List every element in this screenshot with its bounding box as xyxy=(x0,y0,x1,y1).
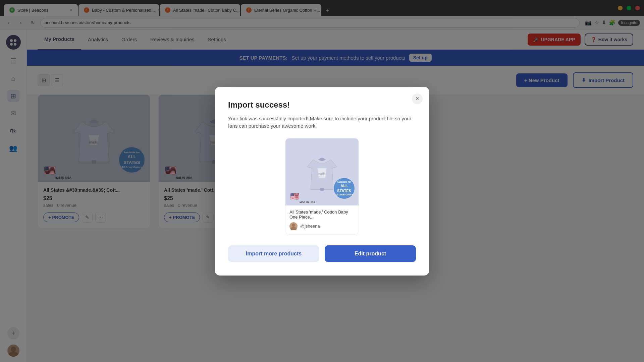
modal-all-states-badge: Available for ALL STATES 10 Great Colors xyxy=(334,178,355,199)
modal-buttons: Import more products Edit product xyxy=(228,245,416,262)
modal-product-title: All States 'made.' Cotton Baby One Piece… xyxy=(289,209,355,220)
modal-product-preview: made. 🇺🇸 MDE IN USA Available for ALL ST… xyxy=(285,138,359,235)
modal-product-details: All States 'made.' Cotton Baby One Piece… xyxy=(285,205,359,234)
modal-product-image: made. 🇺🇸 MDE IN USA Available for ALL ST… xyxy=(285,138,359,205)
svg-point-8 xyxy=(292,224,295,227)
modal-overlay[interactable]: × Import success! Your link was successf… xyxy=(0,0,644,362)
svg-text:made.: made. xyxy=(318,172,326,176)
modal-close-button[interactable]: × xyxy=(412,94,423,104)
modal-made-in-usa: MDE IN USA xyxy=(300,201,315,204)
modal-product-author: @jsheena xyxy=(289,222,355,230)
modal-subtitle: Your link was successfully imported! Mak… xyxy=(228,115,416,130)
svg-rect-6 xyxy=(320,188,324,191)
author-name: @jsheena xyxy=(300,224,320,229)
modal-available-for: Available for xyxy=(337,180,351,183)
svg-point-9 xyxy=(290,227,297,230)
modal-all: ALL xyxy=(340,183,347,188)
modal-flag-emoji: 🇺🇸 xyxy=(290,192,299,201)
modal-onesie-bg: made. 🇺🇸 MDE IN USA Available for ALL ST… xyxy=(285,138,359,205)
import-success-modal: × Import success! Your link was successf… xyxy=(215,87,429,276)
modal-colors: 10 Great Colors xyxy=(335,193,353,196)
modal-title: Import success! xyxy=(228,100,416,110)
import-more-button[interactable]: Import more products xyxy=(228,245,319,262)
modal-states: STATES xyxy=(337,188,351,193)
edit-product-button[interactable]: Edit product xyxy=(325,245,416,262)
author-avatar xyxy=(289,222,298,230)
